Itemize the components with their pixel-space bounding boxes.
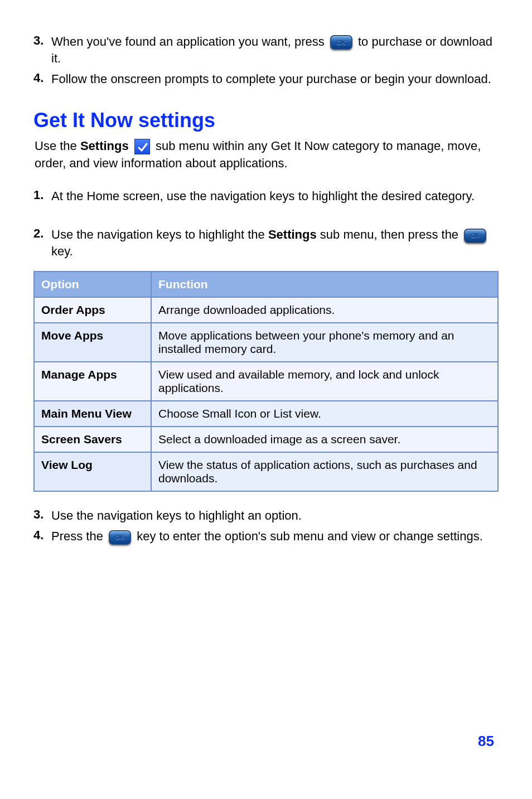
heading-description: Use the Settings sub menu within any Get…	[33, 138, 499, 172]
list-number: 1.	[33, 188, 51, 202]
desc-bold: Settings	[80, 139, 129, 153]
cell-option: Manage Apps	[34, 362, 151, 401]
ok-key-icon	[109, 530, 131, 545]
cell-option: View Log	[34, 452, 151, 491]
cell-function: Arrange downloaded applications.	[151, 297, 498, 323]
ok-key-icon	[464, 229, 486, 243]
cell-function: View the status of application actions, …	[151, 452, 498, 491]
pre-step-4: 4. Follow the onscreen prompts to comple…	[33, 71, 499, 88]
cell-option: Main Menu View	[34, 401, 151, 427]
list-text: Press the key to enter the option's sub …	[51, 528, 499, 545]
list-number: 3.	[33, 507, 51, 522]
cell-option: Order Apps	[34, 297, 151, 323]
cell-option: Screen Savers	[34, 427, 151, 452]
table-row: Manage Apps View used and available memo…	[34, 362, 498, 401]
table-row: View Log View the status of application …	[34, 452, 498, 491]
list-text: When you've found an application you wan…	[51, 33, 499, 66]
table-row: Screen Savers Select a downloaded image …	[34, 427, 498, 452]
pre-step-3: 3. When you've found an application you …	[33, 33, 499, 66]
step-2: 2. Use the navigation keys to highlight …	[33, 226, 499, 259]
list-number: 4.	[33, 71, 51, 85]
section-heading: Get It Now settings	[33, 109, 499, 132]
desc-before: Use the	[35, 139, 80, 153]
table-row: Main Menu View Choose Small Icon or List…	[34, 401, 498, 427]
cell-function: View used and available memory, and lock…	[151, 362, 498, 401]
cell-option: Move Apps	[34, 323, 151, 362]
check-key-icon	[134, 139, 150, 154]
post4-after: key to enter the option's sub menu and v…	[137, 529, 483, 543]
table-row: Move Apps Move applications between your…	[34, 323, 498, 362]
list-text: Use the navigation keys to highlight the…	[51, 226, 499, 259]
list-text: Follow the onscreen prompts to complete …	[51, 71, 499, 88]
page-content: 3. When you've found an application you …	[0, 0, 532, 545]
post-step-4: 4. Press the key to enter the option's s…	[33, 528, 499, 545]
list-number: 2.	[33, 226, 51, 241]
text-before: When you've found an application you wan…	[51, 35, 328, 49]
page-number: 85	[478, 733, 494, 750]
list-text: Use the navigation keys to highlight an …	[51, 507, 499, 524]
step2-bold: Settings	[268, 227, 317, 241]
cell-function: Move applications between your phone's m…	[151, 323, 498, 362]
list-text: At the Home screen, use the navigation k…	[51, 188, 499, 205]
settings-table: Option Function Order Apps Arrange downl…	[33, 271, 499, 492]
step2-tail: key.	[51, 244, 73, 258]
post-step-3: 3. Use the navigation keys to highlight …	[33, 507, 499, 524]
cell-function: Choose Small Icon or List view.	[151, 401, 498, 427]
header-function: Function	[151, 272, 498, 297]
ok-key-icon	[330, 35, 352, 50]
table-row: Order Apps Arrange downloaded applicatio…	[34, 297, 498, 323]
post4-before: Press the	[51, 529, 107, 543]
header-option: Option	[34, 272, 151, 297]
step-1: 1. At the Home screen, use the navigatio…	[33, 188, 499, 205]
step2-before: Use the navigation keys to highlight the	[51, 227, 268, 241]
step2-after: sub menu, then press the	[320, 227, 462, 241]
list-number: 4.	[33, 528, 51, 543]
table-header-row: Option Function	[34, 272, 498, 297]
cell-function: Select a downloaded image as a screen sa…	[151, 427, 498, 452]
list-number: 3.	[33, 33, 51, 48]
